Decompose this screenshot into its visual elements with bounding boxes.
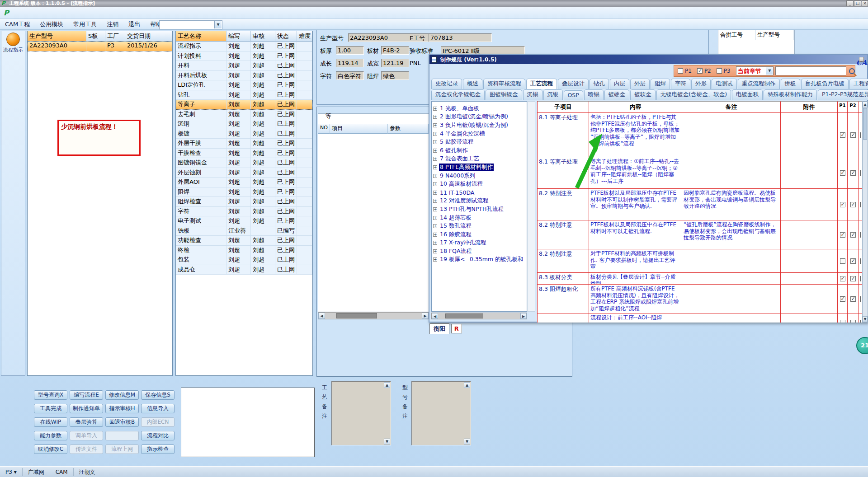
- action-button[interactable]: 工具完成: [34, 404, 67, 413]
- p2-checkbox[interactable]: [850, 276, 856, 281]
- action-button[interactable]: 信息导入: [141, 404, 175, 413]
- spec-tab[interactable]: 图镀铜镍金: [486, 89, 522, 100]
- merge-header-jobno[interactable]: 合拼工号: [718, 30, 755, 40]
- spec-tab[interactable]: 钻孔: [590, 79, 609, 89]
- action-button[interactable]: 流程上网: [105, 444, 139, 454]
- tree-expand-icon[interactable]: +: [433, 241, 437, 245]
- col-header-status[interactable]: 状态: [275, 31, 297, 42]
- spec-tab[interactable]: P1-P2-P3规范差异: [818, 89, 868, 100]
- p3-checkbox[interactable]: [860, 296, 861, 302]
- tree-expand-icon[interactable]: +: [433, 257, 437, 262]
- site-tab-hengyang[interactable]: 衡阳: [429, 323, 449, 334]
- tree-expand-icon[interactable]: +: [433, 249, 437, 253]
- page-checkbox[interactable]: [717, 68, 722, 74]
- process-row[interactable]: 开料 刘超 刘超 已上网: [176, 61, 312, 71]
- param-hscrollbar[interactable]: ◀ ▶: [318, 312, 429, 319]
- site-tab-r[interactable]: R: [451, 324, 462, 333]
- spec-tab[interactable]: 字符: [671, 79, 690, 89]
- tree-expand-icon[interactable]: +: [433, 107, 437, 111]
- tree-expand-icon[interactable]: +: [433, 182, 437, 186]
- param-header-item[interactable]: 项目: [330, 124, 388, 134]
- minimize-button[interactable]: _: [846, 0, 854, 6]
- spec-tab[interactable]: 阻焊: [651, 79, 670, 89]
- spec-tab[interactable]: 工程资料命名及更改: [849, 79, 868, 89]
- spec-tab[interactable]: 镀硬金: [604, 89, 630, 100]
- status-tab[interactable]: 广域网: [23, 468, 50, 476]
- spec-tab[interactable]: 叠层设计: [558, 79, 589, 89]
- process-row[interactable]: 外层蚀刻 刘超 刘超 已上网: [176, 168, 312, 178]
- spec-tab[interactable]: 更改记录: [431, 79, 462, 89]
- tree-expand-icon[interactable]: +: [433, 216, 437, 220]
- spec-tab[interactable]: 沉金或化学镍钯金: [431, 89, 485, 100]
- p2-checkbox[interactable]: [850, 232, 856, 238]
- action-button[interactable]: 保存信息S: [141, 390, 175, 400]
- tree-item[interactable]: + 19 板厚<=0.35mm 的镀孔板和: [432, 256, 527, 264]
- p2-checkbox[interactable]: [850, 296, 856, 302]
- col-header-difficulty[interactable]: 难度: [297, 31, 312, 42]
- action-button[interactable]: 调单导入: [70, 431, 103, 440]
- process-row[interactable]: 流程指示 刘超 刘超 已上网: [176, 42, 312, 51]
- spec-table-row[interactable]: 8.3 板材分类 板材分类见【叠层设计】章节--介质类型: [538, 273, 862, 285]
- process-row[interactable]: 阻焊 刘超 刘超 已上网: [176, 187, 312, 197]
- spec-tab[interactable]: 电镀面积: [732, 89, 763, 100]
- scroll-down-icon[interactable]: ▼: [384, 439, 390, 444]
- tree-item[interactable]: + 6 镀孔制作: [432, 146, 527, 155]
- action-button[interactable]: 制作通知单: [70, 404, 103, 413]
- p3-checkbox[interactable]: [860, 320, 861, 323]
- page-check[interactable]: P1: [678, 68, 692, 74]
- tree-expand-icon[interactable]: +: [433, 149, 437, 153]
- p2-checkbox[interactable]: [850, 132, 856, 138]
- tree-expand-icon[interactable]: +: [433, 233, 437, 237]
- tree-item[interactable]: + 11 IT-150DA: [432, 188, 527, 197]
- status-tab[interactable]: 汪朝文: [74, 468, 101, 476]
- process-row[interactable]: 阻焊检查 刘超 刘超 已上网: [176, 197, 312, 207]
- process-row[interactable]: 包装 刘超 刘超 已上网: [176, 255, 312, 265]
- action-button[interactable]: 型号查询X: [34, 390, 67, 400]
- p1-checkbox[interactable]: [840, 276, 845, 281]
- spec-tab[interactable]: 沉银: [543, 89, 563, 100]
- spec-tab[interactable]: 资料审核流程: [483, 79, 525, 89]
- tree-expand-icon[interactable]: +: [433, 157, 437, 161]
- tree-item[interactable]: + 1 光板、单面板: [432, 104, 527, 113]
- spec-table-row[interactable]: 8.2 特别注意 PTFE板材以及局部混压中存在PTFE材料时不可以走镀孔流程.…: [538, 220, 862, 249]
- page-check[interactable]: P3: [717, 68, 731, 74]
- p1-checkbox[interactable]: [840, 320, 845, 323]
- spec-tab[interactable]: 概述: [463, 79, 482, 89]
- p2-checkbox[interactable]: [850, 202, 856, 207]
- spec-table-row[interactable]: 8.2 特别注意 对于PTFE材料的高频板不可拼板制作. 客户要求拼板时，请提出…: [538, 249, 862, 273]
- action-button[interactable]: 流程对比: [141, 431, 175, 440]
- tree-item[interactable]: + 12 对准度测试流程: [432, 197, 527, 206]
- spec-tab[interactable]: 外形: [691, 79, 711, 89]
- page-checkbox[interactable]: [697, 68, 703, 74]
- p1-checkbox[interactable]: [840, 258, 845, 264]
- search-icon[interactable]: [849, 68, 855, 74]
- close-button[interactable]: ×: [862, 0, 868, 6]
- tree-expand-icon[interactable]: +: [433, 174, 437, 178]
- scroll-thumb[interactable]: [863, 108, 867, 140]
- spec-dialog-titlebar[interactable]: 制作规范 (Ver:1.0.5): [429, 55, 867, 64]
- menu-item[interactable]: 注销: [102, 19, 123, 29]
- process-row[interactable]: 功能检查 刘超 刘超 已上网: [176, 236, 312, 246]
- spec-tab[interactable]: 拼板: [781, 79, 800, 89]
- process-row[interactable]: 铣板 江业善 已编写: [176, 226, 312, 236]
- process-row[interactable]: 等离子 刘超 刘超 已上网: [176, 100, 312, 110]
- param-header-no[interactable]: NO: [318, 124, 330, 134]
- model-remark-textarea[interactable]: ▲ ▼: [411, 381, 471, 445]
- search-input[interactable]: [775, 66, 846, 75]
- spec-table-row[interactable]: 流程设计：前工序--AOI--阻焊: [538, 313, 862, 323]
- menu-item[interactable]: 公用模块: [35, 19, 68, 29]
- action-button[interactable]: 传送文件: [70, 444, 103, 454]
- tree-item[interactable]: + 4 半金属化控深槽: [432, 130, 527, 138]
- action-button[interactable]: 在线WIP: [34, 417, 67, 427]
- process-row[interactable]: 外层AOI 刘超 刘超 已上网: [176, 178, 312, 187]
- spec-table-row[interactable]: 8.2 特别注意 PTFE板材以及局部混压中存在PTFE材料时不可以制作树脂塞孔…: [538, 189, 862, 220]
- p3-checkbox[interactable]: [860, 232, 861, 238]
- process-row[interactable]: LDI定位孔 刘超 刘超 已上网: [176, 80, 312, 90]
- tree-expand-icon[interactable]: +: [433, 224, 437, 228]
- action-button[interactable]: 内部ECN: [141, 417, 175, 427]
- action-button[interactable]: 叠层验算: [70, 417, 103, 427]
- spec-vscrollbar[interactable]: ▲ ▼: [862, 101, 868, 323]
- tree-expand-icon[interactable]: +: [433, 132, 437, 136]
- process-row[interactable]: 字符 刘超 刘超 已上网: [176, 207, 312, 217]
- status-tab[interactable]: CAM: [50, 468, 74, 476]
